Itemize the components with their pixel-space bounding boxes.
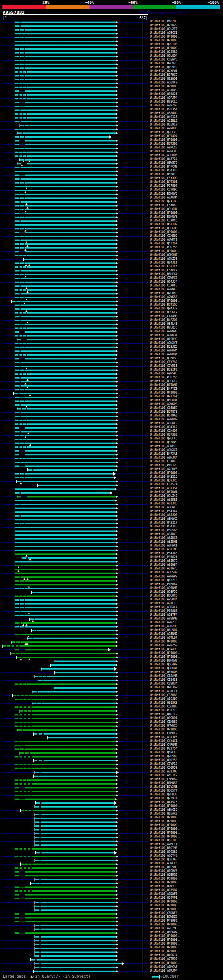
alignment-row[interactable]: UniRef100_P54345 bbox=[0, 552, 223, 556]
hit-label[interactable]: UniRef100_A8NC35 bbox=[150, 808, 177, 811]
hit-label[interactable]: UniRef100_A9NJR4 bbox=[150, 456, 177, 459]
alignment-row[interactable]: UniRef100_Q41575 bbox=[0, 801, 223, 805]
alignment-row[interactable]: UniRef100_C5WPC5 bbox=[0, 277, 223, 280]
hit-label[interactable]: UniRef100_UPI000.. bbox=[150, 900, 181, 903]
hit-label[interactable]: UniRef100_O22582 bbox=[150, 50, 177, 54]
alignment-row[interactable]: UniRef100_UPI000.. bbox=[0, 881, 223, 885]
alignment-row[interactable]: UniRef100_A8IW75 bbox=[0, 567, 223, 571]
hit-label[interactable]: UniRef100_C5XPC6 bbox=[150, 219, 177, 222]
alignment-row[interactable]: UniRef100_Q1E5N0 bbox=[0, 866, 223, 870]
hit-label[interactable]: UniRef100_B9WDZ2 bbox=[150, 915, 177, 918]
alignment-row[interactable]: UniRef100_C5XDK0 bbox=[0, 204, 223, 208]
hit-label[interactable]: UniRef100_A2QY49 bbox=[150, 854, 177, 857]
hit-label[interactable]: UniRef100_B9W7J3 bbox=[150, 885, 177, 888]
hit-label[interactable]: UniRef100_C7YP12 bbox=[150, 762, 177, 765]
alignment-row[interactable]: UniRef100_A8HWE3 bbox=[0, 506, 223, 510]
alignment-row[interactable]: UniRef100_C4Y4C1 bbox=[0, 740, 223, 744]
alignment-row[interactable]: UniRef100_B9T4D7 bbox=[0, 135, 223, 139]
alignment-row[interactable]: UniRef100_Q99285 bbox=[0, 851, 223, 854]
hit-label[interactable]: UniRef100_Q9LQQ4 bbox=[150, 54, 177, 57]
alignment-row[interactable]: UniRef100_C6SWE9 bbox=[0, 407, 223, 410]
hit-label[interactable]: UniRef100_C1E433 bbox=[150, 678, 177, 681]
alignment-row[interactable]: UniRef100_Q9L2T0 bbox=[0, 28, 223, 32]
alignment-row[interactable]: UniRef100_A9NPQ4 bbox=[0, 353, 223, 357]
alignment-row[interactable]: UniRef100_C5M8A2 bbox=[0, 778, 223, 782]
alignment-row[interactable]: UniRef100_C1MHL2 bbox=[0, 732, 223, 736]
hit-label[interactable]: UniRef100_Q38684 bbox=[150, 667, 177, 670]
alignment-row[interactable]: UniRef100_Q05AK8 bbox=[0, 813, 223, 816]
hit-label[interactable]: UniRef100_Q1SU99 bbox=[150, 337, 177, 341]
alignment-row[interactable]: UniRef100_UPI000.. bbox=[0, 805, 223, 808]
hit-label[interactable]: UniRef100_UPI000.. bbox=[150, 923, 181, 926]
hit-label[interactable]: UniRef100_A9S8R4 bbox=[150, 598, 177, 601]
alignment-row[interactable]: UniRef100_B6UFX4 bbox=[0, 273, 223, 277]
hit-label[interactable]: UniRef100_B8MNS3 bbox=[150, 781, 177, 784]
hit-label[interactable]: UniRef100_A9P8Q5 bbox=[150, 153, 177, 157]
alignment-row[interactable]: UniRef100_A8JJQ6 bbox=[0, 514, 223, 518]
alignment-row[interactable]: UniRef100_O49118 bbox=[0, 116, 223, 119]
hit-label[interactable]: UniRef100_Q9SF55 bbox=[150, 590, 177, 593]
hit-label[interactable]: UniRef100_C4J4M8 bbox=[150, 314, 177, 318]
hit-label[interactable]: UniRef100_O49118 bbox=[150, 115, 177, 119]
alignment-row[interactable]: UniRef100_UPI000.. bbox=[0, 300, 223, 304]
alignment-row[interactable]: UniRef100_Q43217 bbox=[0, 522, 223, 525]
hit-label[interactable]: UniRef100_UPI000.. bbox=[150, 211, 181, 215]
alignment-row[interactable]: UniRef100_Q2XPW1 bbox=[0, 70, 223, 74]
alignment-row[interactable]: UniRef100_C6T1C4 bbox=[0, 265, 223, 269]
alignment-row[interactable]: UniRef100_UPI000.. bbox=[0, 231, 223, 235]
hit-label[interactable]: UniRef100_C6SWE9 bbox=[150, 406, 177, 409]
hit-label[interactable]: UniRef100_C0SD34 bbox=[150, 682, 177, 685]
hit-label[interactable]: UniRef100_P30755 bbox=[150, 245, 177, 249]
hit-label[interactable]: UniRef100_Q4PEF8 bbox=[150, 751, 177, 754]
alignment-row[interactable]: UniRef100_C5X4Q7 bbox=[0, 430, 223, 434]
alignment-row[interactable]: UniRef100_Q4WWC5 bbox=[0, 724, 223, 728]
alignment-row[interactable]: UniRef100_P54348 bbox=[0, 169, 223, 173]
hit-label[interactable]: UniRef100_Q5YJR5 bbox=[150, 479, 177, 482]
alignment-row[interactable]: UniRef100_C5Y7A2 bbox=[0, 361, 223, 365]
hit-label[interactable]: UniRef100_P40283 bbox=[150, 19, 177, 23]
alignment-row[interactable]: UniRef100_A7E2M8 bbox=[0, 927, 223, 931]
alignment-row[interactable]: UniRef100_P23754 bbox=[0, 748, 223, 751]
hit-label[interactable]: UniRef100_C5XE66 bbox=[150, 234, 177, 237]
hit-label[interactable]: UniRef100_Q1SWQ1 bbox=[150, 77, 177, 80]
hit-label[interactable]: UniRef100_A9P0F9 bbox=[150, 422, 177, 425]
hit-label[interactable]: UniRef100_Q43217 bbox=[150, 521, 177, 524]
alignment-row[interactable]: UniRef100_P54347 bbox=[0, 510, 223, 514]
hit-label[interactable]: UniRef100_Q2HH38 bbox=[150, 792, 177, 796]
hit-label[interactable]: UniRef100_A8JDC0 bbox=[150, 536, 177, 539]
hit-label[interactable]: UniRef100_A9NXY8 bbox=[150, 341, 177, 345]
hit-label[interactable]: UniRef100_Q7Z9J4 bbox=[150, 797, 177, 800]
alignment-row[interactable]: UniRef100_B6TWN0 bbox=[0, 384, 223, 388]
alignment-row[interactable]: UniRef100_P16868 bbox=[0, 610, 223, 614]
alignment-row[interactable]: UniRef100_Q9LGH4 bbox=[0, 208, 223, 212]
alignment-row[interactable]: UniRef100_UPI000.. bbox=[0, 139, 223, 143]
hit-label[interactable]: UniRef100_UPI000.. bbox=[150, 804, 181, 808]
hit-label[interactable]: UniRef100_Q94JJ7 bbox=[150, 307, 177, 310]
hit-label[interactable]: UniRef100_UPI000.. bbox=[150, 46, 181, 50]
alignment-row[interactable]: UniRef100_Q6CMV8 bbox=[0, 870, 223, 873]
alignment-row[interactable]: UniRef100_Q0WS75 bbox=[0, 162, 223, 165]
hit-label[interactable]: UniRef100_A8JJQ6 bbox=[150, 513, 177, 517]
alignment-row[interactable]: UniRef100_A2QY49 bbox=[0, 854, 223, 858]
alignment-row[interactable]: UniRef100_Q59VP1 bbox=[0, 897, 223, 900]
hit-label[interactable]: UniRef100_UPI000.. bbox=[150, 831, 181, 834]
alignment-row[interactable]: UniRef100_A7MC11 bbox=[0, 843, 223, 847]
hit-label[interactable]: UniRef100_Q9M3H6 bbox=[150, 253, 177, 256]
hit-label[interactable]: UniRef100_B7FHC9 bbox=[150, 73, 177, 76]
hit-label[interactable]: UniRef100_A9NK34 bbox=[150, 333, 177, 337]
hit-label[interactable]: UniRef100_Q6BRG2 bbox=[150, 873, 177, 877]
hit-label[interactable]: UniRef100_Q013K3 bbox=[150, 701, 177, 704]
alignment-row[interactable]: UniRef100_A9TC10 bbox=[0, 602, 223, 606]
alignment-row[interactable]: UniRef100_A7NZ58 bbox=[0, 258, 223, 261]
alignment-row[interactable]: UniRef100_O65006 bbox=[0, 671, 223, 675]
hit-label[interactable]: UniRef100_Q4SKJ4 bbox=[150, 953, 177, 957]
hit-label[interactable]: UniRef100_UPI000.. bbox=[150, 823, 181, 827]
alignment-row[interactable]: UniRef100_C5Y096 bbox=[0, 188, 223, 192]
hit-label[interactable]: UniRef100_C5M8A2 bbox=[150, 777, 177, 781]
alignment-row[interactable]: UniRef100_A8JDC9 bbox=[0, 533, 223, 537]
alignment-row[interactable]: UniRef100_C6T571 bbox=[0, 483, 223, 487]
hit-label[interactable]: UniRef100_A9PCC8 bbox=[150, 146, 177, 149]
hit-label[interactable]: UniRef100_A3AGM4 bbox=[150, 196, 177, 199]
hit-label[interactable]: UniRef100_O65818 bbox=[150, 172, 177, 176]
alignment-row[interactable]: UniRef100_A7NZ59 bbox=[0, 644, 223, 648]
